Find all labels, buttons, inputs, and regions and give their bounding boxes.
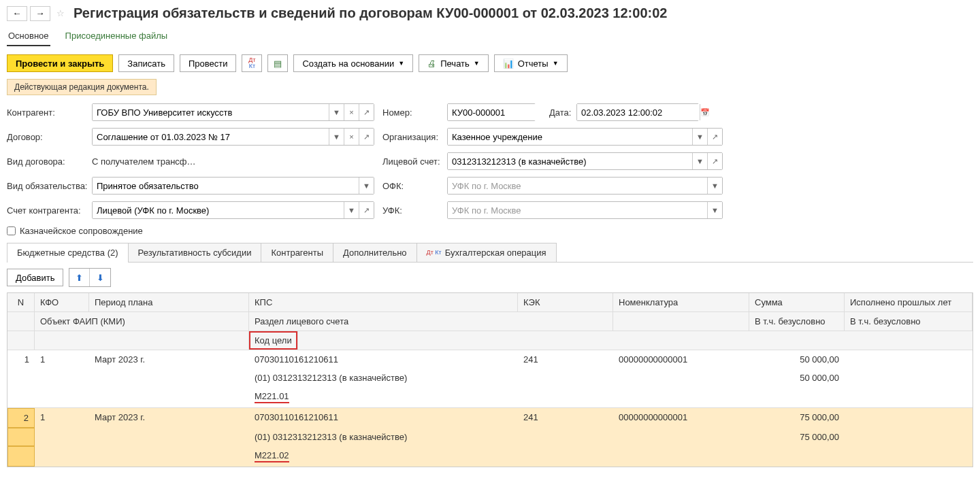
ofk-input[interactable]: [448, 178, 707, 194]
cell-nom: 00000000000001: [613, 408, 749, 428]
budget-table: N КФО Период плана КПС КЭК Номенклатура …: [7, 292, 973, 467]
chevron-down-icon: ▼: [553, 60, 559, 67]
arrow-down-icon: ⬇: [97, 273, 104, 283]
account-input[interactable]: [93, 202, 344, 218]
open-button[interactable]: ↗: [359, 202, 374, 218]
tab-contragents[interactable]: Контрагенты: [261, 243, 333, 262]
col-period: Период плана: [89, 293, 249, 311]
nav-back-button[interactable]: ←: [7, 6, 27, 21]
table-row[interactable]: 1 1 Март 2023 г. 07030110161210611 241 0…: [7, 350, 973, 407]
dropdown-button[interactable]: ▼: [329, 104, 344, 120]
ls-label: Лицевой счет:: [382, 156, 447, 167]
dropdown-button[interactable]: ▼: [692, 153, 707, 169]
add-row-button[interactable]: Добавить: [7, 269, 63, 286]
printer-icon: 🖨: [427, 58, 436, 69]
obligation-type-input[interactable]: [93, 178, 359, 194]
post-button[interactable]: Провести: [180, 54, 237, 72]
dropdown-button[interactable]: ▼: [692, 129, 707, 145]
col-faip: Объект ФАИП (КМИ): [35, 312, 249, 331]
contract-label: Договор:: [7, 132, 92, 142]
cell-kek: 241: [518, 350, 613, 369]
open-button[interactable]: ↗: [359, 129, 374, 145]
cell-kfo: 1: [35, 408, 89, 428]
tab-subsidy-result[interactable]: Результативность субсидии: [128, 243, 262, 262]
cell-vtch-sum: 75 000,00: [749, 428, 845, 446]
dropdown-button[interactable]: ▼: [329, 129, 344, 145]
cell-sum: 50 000,00: [749, 350, 845, 369]
col-n: N: [7, 293, 35, 311]
contragent-input[interactable]: [93, 104, 329, 120]
cell-kfo: 1: [35, 350, 89, 369]
treasury-checkbox-label: Казначейское сопровождение: [20, 226, 143, 236]
cell-kps: 07030110161210611: [249, 408, 518, 428]
cell-kod-celi: М221.01: [255, 391, 289, 403]
tab-budget-funds[interactable]: Бюджетные средства (2): [7, 243, 129, 263]
date-input[interactable]: [577, 104, 700, 120]
col-kps: КПС: [249, 293, 518, 311]
contragent-label: Контрагент:: [7, 107, 92, 118]
dt-kt-button[interactable]: ДтКт: [242, 54, 262, 72]
cell-razdel: (01) 0312313212313 (в казначействе): [249, 369, 613, 387]
treasury-checkbox[interactable]: [7, 226, 16, 235]
ufk-label: УФК:: [382, 205, 447, 216]
ls-input[interactable]: [448, 153, 692, 169]
cell-n: 2: [7, 408, 35, 428]
col-razdel: Раздел лицевого счета: [249, 312, 613, 331]
ufk-input[interactable]: [448, 202, 707, 218]
favorite-star-icon[interactable]: ☆: [53, 6, 68, 21]
clear-button[interactable]: ×: [344, 129, 359, 145]
obligation-type-label: Вид обязательства:: [7, 181, 92, 191]
cell-kod-celi: М221.02: [255, 450, 289, 462]
dropdown-button[interactable]: ▼: [707, 178, 722, 194]
tab-accounting-operation[interactable]: Дт Кт Бухгалтерская операция: [416, 243, 557, 262]
open-button[interactable]: ↗: [707, 153, 722, 169]
nav-forward-button[interactable]: →: [30, 6, 50, 21]
col-kfo: КФО: [35, 293, 89, 311]
tab-attached-files[interactable]: Присоединенные файлы: [64, 27, 169, 46]
cell-nom: 00000000000001: [613, 350, 749, 369]
col-nom: Номенклатура: [613, 293, 749, 311]
page-title: Регистрация обязательств и сведений по д…: [74, 5, 667, 21]
contract-type-label: Вид договора:: [7, 156, 92, 167]
print-button[interactable]: 🖨 Печать ▼: [419, 54, 489, 72]
chevron-down-icon: ▼: [474, 60, 480, 67]
reports-button[interactable]: 📊 Отчеты ▼: [494, 54, 568, 72]
tab-additional[interactable]: Дополнительно: [333, 243, 417, 262]
cell-period: Март 2023 г.: [89, 350, 249, 369]
col-sum: Сумма: [749, 293, 845, 311]
date-label: Дата:: [549, 107, 576, 118]
list-icon: ▤: [274, 58, 282, 69]
org-input[interactable]: [448, 129, 692, 145]
open-button[interactable]: ↗: [359, 104, 374, 120]
save-button[interactable]: Записать: [118, 54, 174, 72]
cell-period: Март 2023 г.: [89, 408, 249, 428]
contract-type-value: С получателем трансф…: [92, 156, 196, 167]
number-label: Номер:: [382, 107, 447, 118]
create-based-button[interactable]: Создать на основании ▼: [293, 54, 413, 72]
cell-n: 1: [7, 350, 35, 369]
post-and-close-button[interactable]: Провести и закрыть: [7, 54, 113, 72]
tab-main[interactable]: Основное: [7, 27, 50, 46]
cell-vtch-sum: 50 000,00: [749, 369, 845, 387]
cell-razdel: (01) 0312313212313 (в казначействе): [249, 428, 613, 446]
arrow-up-icon: ⬆: [76, 273, 83, 283]
status-badge: Действующая редакция документа.: [7, 79, 157, 95]
clear-button[interactable]: ×: [344, 104, 359, 120]
dropdown-button[interactable]: ▼: [707, 202, 722, 218]
open-button[interactable]: ↗: [707, 129, 722, 145]
cell-sum: 75 000,00: [749, 408, 845, 428]
move-up-button[interactable]: ⬆: [69, 269, 90, 286]
col-kek: КЭК: [518, 293, 613, 311]
account-label: Счет контрагента:: [7, 205, 92, 216]
contract-input[interactable]: [93, 129, 329, 145]
col-vtch-1: В т.ч. безусловно: [749, 312, 845, 331]
dropdown-button[interactable]: ▼: [344, 202, 359, 218]
dropdown-button[interactable]: ▼: [359, 178, 374, 194]
list-view-button[interactable]: ▤: [267, 54, 288, 72]
cell-kek: 241: [518, 408, 613, 428]
calendar-button[interactable]: 📅: [700, 104, 710, 120]
col-kod-celi: Код цели: [249, 331, 297, 350]
move-down-button[interactable]: ⬇: [90, 269, 110, 286]
chart-icon: 📊: [503, 58, 514, 69]
table-row[interactable]: 2 1 Март 2023 г. 07030110161210611 241 0…: [7, 407, 973, 467]
